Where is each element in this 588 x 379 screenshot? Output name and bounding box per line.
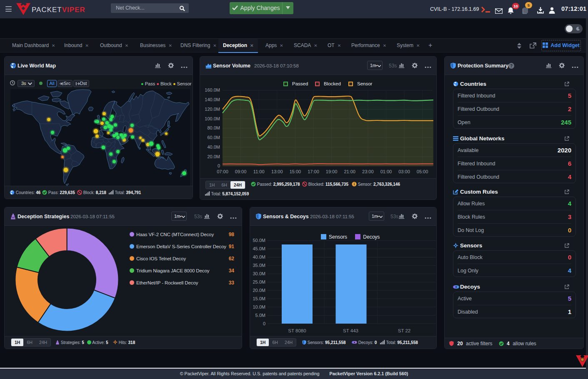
svg-text:07:00: 07:00 <box>217 169 228 174</box>
svg-text:15.0M: 15.0M <box>253 296 265 301</box>
svg-text:11:00: 11:00 <box>253 169 265 174</box>
svg-text:09:00: 09:00 <box>235 169 247 174</box>
svg-text:21:00: 21:00 <box>344 169 355 174</box>
svg-text:?: ? <box>510 64 513 68</box>
svg-text:13:00: 13:00 <box>271 169 283 174</box>
svg-text:10.0M: 10.0M <box>253 304 265 309</box>
svg-text:140.0M: 140.0M <box>205 97 220 102</box>
svg-text:05:00: 05:00 <box>417 169 428 174</box>
svg-text:60.0M: 60.0M <box>207 135 220 140</box>
svg-text:20.0M: 20.0M <box>253 288 265 293</box>
svg-text:0: 0 <box>218 163 220 168</box>
svg-text:120.0M: 120.0M <box>205 107 220 112</box>
svg-text:19:00: 19:00 <box>326 169 338 174</box>
svg-text:5.0M: 5.0M <box>255 313 265 318</box>
svg-text:160.0M: 160.0M <box>205 87 220 92</box>
svg-text:23:00: 23:00 <box>362 169 374 174</box>
svg-text:ST 8080: ST 8080 <box>288 328 306 333</box>
svg-text:45.0M: 45.0M <box>253 246 265 251</box>
svg-text:20.0M: 20.0M <box>207 154 220 159</box>
svg-text:ST 22: ST 22 <box>398 328 410 333</box>
svg-text:17:00: 17:00 <box>308 169 319 174</box>
svg-text:25.0M: 25.0M <box>253 279 265 284</box>
svg-text:40.0M: 40.0M <box>253 254 265 259</box>
svg-text:30.0M: 30.0M <box>253 271 265 276</box>
svg-text:50.0M: 50.0M <box>253 238 265 243</box>
svg-text:ST 443: ST 443 <box>343 328 358 333</box>
svg-text:01:00: 01:00 <box>380 169 392 174</box>
svg-text:40.0M: 40.0M <box>207 145 220 150</box>
svg-text:03:00: 03:00 <box>398 169 410 174</box>
svg-text:80.0M: 80.0M <box>207 125 220 130</box>
svg-text:100.0M: 100.0M <box>205 116 220 121</box>
svg-text:0: 0 <box>263 321 265 326</box>
svg-text:15:00: 15:00 <box>290 169 301 174</box>
svg-text:35.0M: 35.0M <box>253 263 265 268</box>
svg-text:i: i <box>354 182 355 186</box>
